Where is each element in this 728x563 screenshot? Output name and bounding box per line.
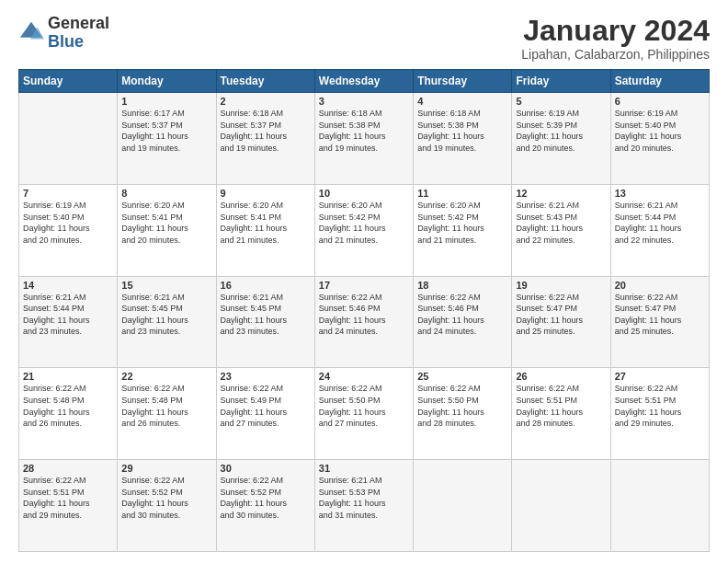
day-number: 28 <box>23 463 113 474</box>
day-number: 5 <box>516 96 606 107</box>
table-cell: 24Sunrise: 6:22 AM Sunset: 5:50 PM Dayli… <box>314 368 413 460</box>
day-number: 23 <box>221 371 311 382</box>
header-saturday: Saturday <box>610 70 709 93</box>
day-detail: Sunrise: 6:18 AM Sunset: 5:38 PM Dayligh… <box>319 108 409 154</box>
table-cell: 14Sunrise: 6:21 AM Sunset: 5:44 PM Dayli… <box>19 276 118 368</box>
header-monday: Monday <box>118 70 216 93</box>
calendar-table: SundayMondayTuesdayWednesdayThursdayFrid… <box>18 69 710 552</box>
day-number: 17 <box>319 280 409 291</box>
day-number: 24 <box>319 371 409 382</box>
day-number: 22 <box>121 371 211 382</box>
day-number: 31 <box>319 463 409 474</box>
day-number: 3 <box>319 96 409 107</box>
day-detail: Sunrise: 6:22 AM Sunset: 5:49 PM Dayligh… <box>221 383 311 429</box>
week-row-2: 7Sunrise: 6:19 AM Sunset: 5:40 PM Daylig… <box>19 184 710 276</box>
table-cell: 2Sunrise: 6:18 AM Sunset: 5:37 PM Daylig… <box>216 93 314 185</box>
header: General Blue January 2024 Lipahan, Calab… <box>18 15 710 62</box>
day-number: 19 <box>516 280 606 291</box>
day-detail: Sunrise: 6:22 AM Sunset: 5:52 PM Dayligh… <box>221 475 311 521</box>
table-cell: 20Sunrise: 6:22 AM Sunset: 5:47 PM Dayli… <box>610 276 709 368</box>
table-cell: 19Sunrise: 6:22 AM Sunset: 5:47 PM Dayli… <box>512 276 610 368</box>
day-detail: Sunrise: 6:22 AM Sunset: 5:50 PM Dayligh… <box>319 383 409 429</box>
day-number: 26 <box>516 371 606 382</box>
day-number: 30 <box>221 463 311 474</box>
day-number: 11 <box>417 188 507 199</box>
header-friday: Friday <box>512 70 610 93</box>
day-detail: Sunrise: 6:20 AM Sunset: 5:41 PM Dayligh… <box>121 200 211 246</box>
page: General Blue January 2024 Lipahan, Calab… <box>0 0 728 563</box>
table-cell: 16Sunrise: 6:21 AM Sunset: 5:45 PM Dayli… <box>216 276 314 368</box>
day-detail: Sunrise: 6:17 AM Sunset: 5:37 PM Dayligh… <box>121 108 211 154</box>
day-detail: Sunrise: 6:22 AM Sunset: 5:50 PM Dayligh… <box>417 383 507 429</box>
day-number: 7 <box>23 188 113 199</box>
table-cell <box>19 93 118 185</box>
table-cell <box>610 460 709 552</box>
table-cell: 28Sunrise: 6:22 AM Sunset: 5:51 PM Dayli… <box>19 460 118 552</box>
day-number: 1 <box>121 96 211 107</box>
table-cell: 10Sunrise: 6:20 AM Sunset: 5:42 PM Dayli… <box>314 184 413 276</box>
day-number: 10 <box>319 188 409 199</box>
day-detail: Sunrise: 6:18 AM Sunset: 5:38 PM Dayligh… <box>417 108 507 154</box>
table-cell: 6Sunrise: 6:19 AM Sunset: 5:40 PM Daylig… <box>610 93 709 185</box>
day-number: 2 <box>221 96 311 107</box>
table-cell: 7Sunrise: 6:19 AM Sunset: 5:40 PM Daylig… <box>19 184 118 276</box>
day-number: 16 <box>221 280 311 291</box>
day-detail: Sunrise: 6:22 AM Sunset: 5:47 PM Dayligh… <box>516 292 606 338</box>
table-cell: 3Sunrise: 6:18 AM Sunset: 5:38 PM Daylig… <box>314 93 413 185</box>
day-detail: Sunrise: 6:22 AM Sunset: 5:47 PM Dayligh… <box>615 292 705 338</box>
day-detail: Sunrise: 6:22 AM Sunset: 5:51 PM Dayligh… <box>615 383 705 429</box>
day-number: 15 <box>121 280 211 291</box>
day-number: 29 <box>121 463 211 474</box>
header-thursday: Thursday <box>414 70 512 93</box>
calendar-subtitle: Lipahan, Calabarzon, Philippines <box>521 47 710 62</box>
header-wednesday: Wednesday <box>314 70 413 93</box>
day-number: 21 <box>23 371 113 382</box>
table-cell <box>512 460 610 552</box>
logo: General Blue <box>18 15 109 52</box>
table-cell: 31Sunrise: 6:21 AM Sunset: 5:53 PM Dayli… <box>314 460 413 552</box>
day-number: 27 <box>615 371 705 382</box>
day-number: 14 <box>23 280 113 291</box>
day-number: 9 <box>221 188 311 199</box>
table-cell: 4Sunrise: 6:18 AM Sunset: 5:38 PM Daylig… <box>414 93 512 185</box>
table-cell: 17Sunrise: 6:22 AM Sunset: 5:46 PM Dayli… <box>314 276 413 368</box>
title-area: January 2024 Lipahan, Calabarzon, Philip… <box>521 15 710 62</box>
day-detail: Sunrise: 6:21 AM Sunset: 5:44 PM Dayligh… <box>23 292 113 338</box>
table-cell: 29Sunrise: 6:22 AM Sunset: 5:52 PM Dayli… <box>118 460 216 552</box>
day-detail: Sunrise: 6:19 AM Sunset: 5:40 PM Dayligh… <box>23 200 113 246</box>
table-cell: 25Sunrise: 6:22 AM Sunset: 5:50 PM Dayli… <box>414 368 512 460</box>
table-cell: 5Sunrise: 6:19 AM Sunset: 5:39 PM Daylig… <box>512 93 610 185</box>
week-row-5: 28Sunrise: 6:22 AM Sunset: 5:51 PM Dayli… <box>19 460 710 552</box>
table-cell: 27Sunrise: 6:22 AM Sunset: 5:51 PM Dayli… <box>610 368 709 460</box>
day-detail: Sunrise: 6:19 AM Sunset: 5:40 PM Dayligh… <box>615 108 705 154</box>
day-detail: Sunrise: 6:21 AM Sunset: 5:53 PM Dayligh… <box>319 475 409 521</box>
header-sunday: Sunday <box>19 70 118 93</box>
table-cell: 21Sunrise: 6:22 AM Sunset: 5:48 PM Dayli… <box>19 368 118 460</box>
day-number: 6 <box>615 96 705 107</box>
day-number: 13 <box>615 188 705 199</box>
day-detail: Sunrise: 6:20 AM Sunset: 5:42 PM Dayligh… <box>319 200 409 246</box>
week-row-1: 1Sunrise: 6:17 AM Sunset: 5:37 PM Daylig… <box>19 93 710 185</box>
calendar-header: SundayMondayTuesdayWednesdayThursdayFrid… <box>19 70 710 93</box>
table-cell: 13Sunrise: 6:21 AM Sunset: 5:44 PM Dayli… <box>610 184 709 276</box>
day-number: 8 <box>121 188 211 199</box>
calendar-body: 1Sunrise: 6:17 AM Sunset: 5:37 PM Daylig… <box>19 93 710 552</box>
week-row-3: 14Sunrise: 6:21 AM Sunset: 5:44 PM Dayli… <box>19 276 710 368</box>
day-detail: Sunrise: 6:22 AM Sunset: 5:46 PM Dayligh… <box>319 292 409 338</box>
day-detail: Sunrise: 6:22 AM Sunset: 5:48 PM Dayligh… <box>23 383 113 429</box>
day-detail: Sunrise: 6:22 AM Sunset: 5:46 PM Dayligh… <box>417 292 507 338</box>
logo-general-text: General <box>48 14 109 32</box>
day-detail: Sunrise: 6:22 AM Sunset: 5:51 PM Dayligh… <box>516 383 606 429</box>
logo-icon <box>18 20 44 46</box>
table-cell: 15Sunrise: 6:21 AM Sunset: 5:45 PM Dayli… <box>118 276 216 368</box>
days-header-row: SundayMondayTuesdayWednesdayThursdayFrid… <box>19 70 710 93</box>
table-cell: 22Sunrise: 6:22 AM Sunset: 5:48 PM Dayli… <box>118 368 216 460</box>
table-cell <box>414 460 512 552</box>
day-detail: Sunrise: 6:19 AM Sunset: 5:39 PM Dayligh… <box>516 108 606 154</box>
logo-text: General Blue <box>48 15 109 52</box>
table-cell: 23Sunrise: 6:22 AM Sunset: 5:49 PM Dayli… <box>216 368 314 460</box>
day-detail: Sunrise: 6:21 AM Sunset: 5:44 PM Dayligh… <box>615 200 705 246</box>
day-number: 20 <box>615 280 705 291</box>
day-detail: Sunrise: 6:21 AM Sunset: 5:45 PM Dayligh… <box>121 292 211 338</box>
calendar-title: January 2024 <box>521 15 710 47</box>
